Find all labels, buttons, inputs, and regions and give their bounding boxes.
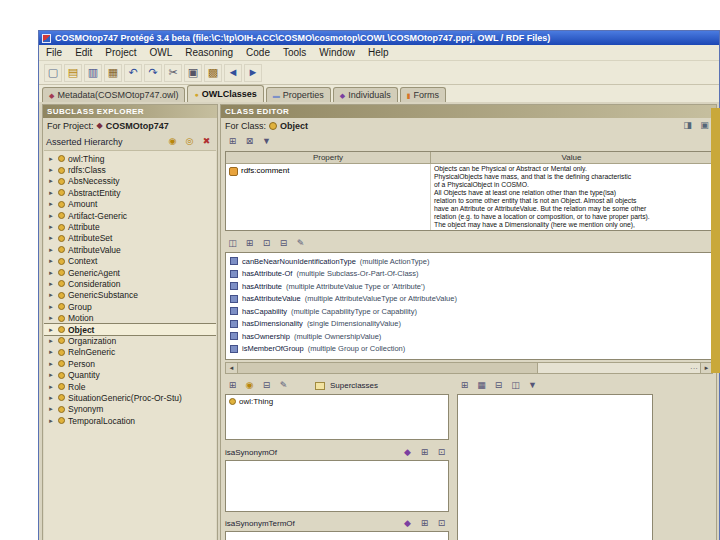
synonym-class-icon[interactable]: ◆ [400, 446, 415, 460]
property-row[interactable]: hasCapability (multiple CapabilityType o… [226, 305, 712, 318]
expand-arrow-icon[interactable] [48, 235, 55, 241]
add-synonym-term-icon[interactable]: ⊡ [434, 517, 449, 531]
expand-arrow-icon[interactable] [48, 247, 55, 253]
class-tree-item[interactable]: Motion [44, 312, 216, 323]
expand-arrow-icon[interactable] [48, 292, 55, 298]
horizontal-scrollbar[interactable]: ◄ ··· ► [225, 362, 713, 374]
create-subclass-icon[interactable]: ◎ [182, 135, 197, 149]
create-synonym-icon[interactable]: ⊞ [417, 446, 432, 460]
class-tree-item[interactable]: AbstractEntity [44, 187, 216, 198]
class-tree-item[interactable]: TemporalLocation [44, 415, 216, 426]
tab-properties[interactable]: ▬ Properties [266, 87, 331, 102]
class-tree-item[interactable]: Amount [44, 199, 216, 210]
property-row[interactable]: hasOwnership (multiple OwnershipValue) [226, 330, 712, 343]
remove-superclass-icon[interactable]: ⊟ [259, 379, 274, 393]
superclasses-list[interactable]: owl:Thing [225, 394, 449, 440]
class-tree-item[interactable]: AttributeSet [44, 233, 216, 244]
create-class-icon[interactable]: ◉ [165, 135, 180, 149]
class-tree[interactable]: owl:Thing rdfs:Class AbsNecessity [44, 150, 216, 540]
expand-arrow-icon[interactable] [48, 418, 55, 424]
redo-icon[interactable]: ↷ [144, 64, 162, 82]
menu-item[interactable]: Project [105, 47, 136, 58]
class-tree-item[interactable]: Attribute [44, 221, 216, 232]
class-tree-item[interactable]: SituationGeneric(Proc-Or-Stu) [44, 392, 216, 403]
scrollbar-thumb[interactable] [238, 363, 538, 373]
remove-condition-icon[interactable]: ⊟ [276, 236, 291, 250]
class-tree-item[interactable]: Object [44, 324, 216, 335]
add-named-superclass-icon[interactable]: ◉ [242, 379, 257, 393]
switch-view-icon[interactable]: ◨ [680, 119, 695, 133]
annotation-language-icon[interactable]: ▼ [259, 134, 274, 148]
menu-item[interactable]: Edit [75, 47, 92, 58]
class-tree-item[interactable]: Quantity [44, 369, 216, 380]
class-tree-item[interactable]: Artifact-Generic [44, 210, 216, 221]
superclass-item[interactable]: owl:Thing [229, 397, 445, 406]
annotation-property-cell[interactable]: rdfs:comment [226, 164, 431, 230]
menu-item[interactable]: File [46, 47, 62, 58]
expand-arrow-icon[interactable] [48, 178, 55, 184]
tab-individuals[interactable]: ◆ Individuals [333, 87, 398, 102]
menu-item[interactable]: OWL [149, 47, 172, 58]
edit-condition-icon[interactable]: ✎ [293, 236, 308, 250]
navigate-back-icon[interactable]: ◄ [224, 64, 242, 82]
add-superclass-icon[interactable]: ⊞ [225, 379, 240, 393]
class-tree-item[interactable]: Group [44, 301, 216, 312]
delete-annotation-icon[interactable]: ⊠ [242, 134, 257, 148]
property-row[interactable]: hasAttributeValue (multiple AttributeVal… [226, 293, 712, 306]
navigate-forward-icon[interactable]: ► [244, 64, 262, 82]
class-tree-item[interactable]: owl:Thing [44, 153, 216, 164]
open-project-icon[interactable]: ▤ [64, 64, 82, 82]
class-tree-item[interactable]: Organization [44, 335, 216, 346]
annotations-table[interactable]: Property Value rdfs:comment Objects can … [225, 151, 713, 231]
class-tree-item[interactable]: Consideration [44, 278, 216, 289]
mutual-disjoint-icon[interactable]: ◫ [508, 379, 523, 393]
class-tree-item[interactable]: rdfs:Class [44, 164, 216, 175]
scrollbar-grip[interactable]: ··· [690, 364, 698, 373]
cut-icon[interactable]: ✂ [164, 64, 182, 82]
property-row[interactable]: isMemberOfGroup (multiple Group or Colle… [226, 343, 712, 356]
class-tree-item[interactable]: RelnGeneric [44, 347, 216, 358]
expand-arrow-icon[interactable] [48, 281, 55, 287]
undo-icon[interactable]: ↶ [124, 64, 142, 82]
expand-arrow-icon[interactable] [48, 190, 55, 196]
expand-arrow-icon[interactable] [48, 201, 55, 207]
expand-arrow-icon[interactable] [48, 270, 55, 276]
menu-item[interactable]: Reasoning [185, 47, 233, 58]
expand-arrow-icon[interactable] [48, 167, 55, 173]
add-disjoint-class-icon[interactable]: ⊞ [457, 379, 472, 393]
expand-arrow-icon[interactable] [48, 315, 55, 321]
menu-item[interactable]: Tools [283, 47, 306, 58]
add-named-class-icon[interactable]: ⊞ [242, 236, 257, 250]
add-expression-icon[interactable]: ⊡ [259, 236, 274, 250]
tab-forms[interactable]: ▮ Forms [400, 87, 446, 102]
copy-icon[interactable]: ▣ [184, 64, 202, 82]
scrollbar-track[interactable]: ··· [538, 363, 700, 373]
expand-arrow-icon[interactable] [48, 395, 55, 401]
expand-arrow-icon[interactable] [48, 349, 55, 355]
property-row[interactable]: hasAttribute (multiple AttributeValue Ty… [226, 280, 712, 293]
disjoints-list[interactable] [457, 394, 653, 540]
tab-metadata[interactable]: ◆ Metadata(COSMOtop747.owl) [42, 87, 185, 102]
archive-project-icon[interactable]: ▦ [104, 64, 122, 82]
annotations-table-row[interactable]: rdfs:comment Objects can be Physical or … [226, 164, 712, 230]
menu-item[interactable]: Code [246, 47, 270, 58]
synonym-term-class-icon[interactable]: ◆ [400, 517, 415, 531]
class-tree-item[interactable]: GenericAgent [44, 267, 216, 278]
open-in-window-icon[interactable]: ▣ [697, 119, 712, 133]
scroll-left-button[interactable]: ◄ [226, 363, 238, 373]
property-row[interactable]: hasAttribute-Of (multiple Subclass-Or-Pa… [226, 268, 712, 281]
add-all-siblings-icon[interactable]: ▦ [474, 379, 489, 393]
expand-arrow-icon[interactable] [48, 213, 55, 219]
create-annotation-icon[interactable]: ⊞ [225, 134, 240, 148]
isa-synonym-term-of-list[interactable] [225, 531, 449, 540]
class-tree-item[interactable]: AttributeValue [44, 244, 216, 255]
create-restriction-icon[interactable]: ◫ [225, 236, 240, 250]
expand-arrow-icon[interactable] [48, 406, 55, 412]
remove-disjoint-icon[interactable]: ⊟ [491, 379, 506, 393]
expand-arrow-icon[interactable] [48, 327, 55, 333]
expand-arrow-icon[interactable] [48, 361, 55, 367]
disjoint-options-icon[interactable]: ▼ [525, 379, 540, 393]
create-synonym-term-icon[interactable]: ⊞ [417, 517, 432, 531]
class-tree-item[interactable]: AbsNecessity [44, 176, 216, 187]
expand-arrow-icon[interactable] [48, 156, 55, 162]
